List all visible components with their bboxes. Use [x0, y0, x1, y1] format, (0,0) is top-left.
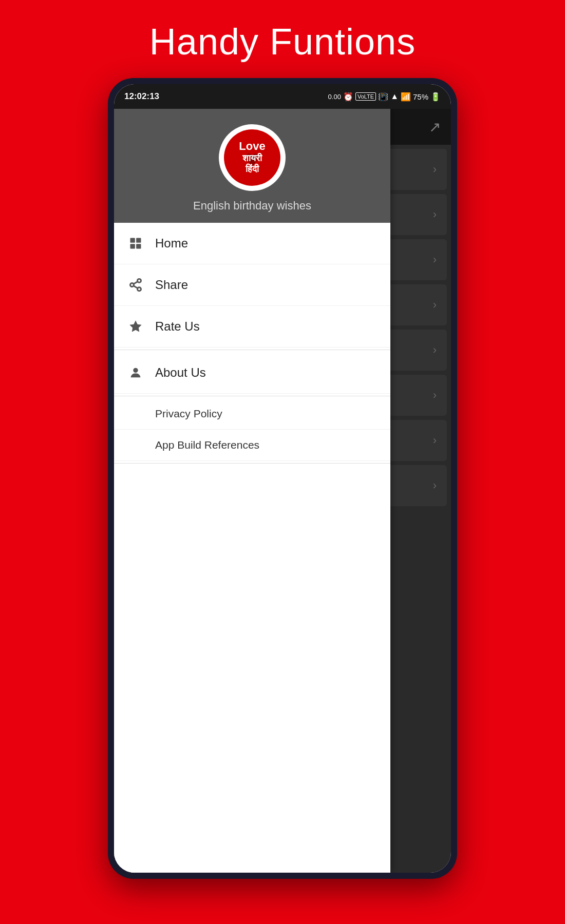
app-subtitle: English birthday wishes	[193, 199, 311, 213]
phone-frame: 12:02:13 0.00 ⏰ VoLTE 📳 ▲ 📶 75% 🔋 ↗ ›	[108, 78, 457, 879]
screen-content: ↗ › › › › › › › ›	[114, 109, 451, 873]
nav-share-label: Share	[155, 278, 188, 292]
vibrate-icon: 📳	[378, 92, 388, 102]
nav-item-home[interactable]: Home	[114, 223, 390, 264]
logo-hindi2-text: हिंदी	[246, 164, 259, 175]
logo-text: Love शायरी हिंदी	[239, 140, 265, 175]
nav-build-label: App Build References	[126, 439, 259, 451]
svg-rect-3	[136, 244, 141, 248]
about-icon	[126, 363, 145, 382]
svg-marker-9	[129, 320, 141, 332]
nav-item-share[interactable]: Share	[114, 264, 390, 306]
nav-item-build[interactable]: App Build References	[114, 430, 390, 461]
svg-point-5	[130, 283, 134, 287]
svg-point-6	[138, 287, 141, 291]
nav-divider-2	[114, 396, 390, 396]
battery-icon: 🔋	[430, 92, 441, 102]
status-icons: 0.00 ⏰ VoLTE 📳 ▲ 📶 75% 🔋	[328, 92, 441, 102]
home-icon	[126, 234, 145, 253]
nav-about-label: About Us	[155, 365, 206, 380]
page-title: Handy Funtions	[149, 21, 416, 63]
logo-hindi1-text: शायरी	[242, 153, 262, 164]
svg-point-4	[138, 279, 141, 282]
nav-items: Home	[114, 223, 390, 873]
nav-rate-label: Rate Us	[155, 319, 200, 334]
svg-point-10	[133, 368, 138, 373]
logo-inner: ♥ Love शायरी हिंदी	[224, 129, 280, 186]
svg-line-8	[134, 282, 138, 284]
nav-divider-1	[114, 350, 390, 350]
rate-icon	[126, 317, 145, 336]
nav-privacy-label: Privacy Policy	[126, 408, 222, 420]
svg-rect-0	[130, 238, 135, 243]
nav-home-label: Home	[155, 236, 188, 251]
nav-divider-3	[114, 463, 390, 464]
battery-indicator: 75%	[413, 92, 428, 101]
nav-item-privacy[interactable]: Privacy Policy	[114, 398, 390, 430]
drawer-header: ♥ Love शायरी हिंदी English birthday wish…	[114, 109, 390, 223]
nav-item-about[interactable]: About Us	[114, 352, 390, 394]
data-indicator: 0.00	[328, 93, 341, 101]
svg-rect-1	[136, 238, 141, 243]
signal-icon: 📶	[401, 92, 411, 102]
share-nav-icon	[126, 276, 145, 294]
status-time: 12:02:13	[124, 91, 159, 102]
wifi-icon: ▲	[390, 92, 399, 101]
status-bar: 12:02:13 0.00 ⏰ VoLTE 📳 ▲ 📶 75% 🔋	[114, 84, 451, 109]
alarm-icon: ⏰	[343, 92, 353, 102]
dim-overlay	[390, 109, 451, 873]
nav-item-rate[interactable]: Rate Us	[114, 306, 390, 348]
logo-love-text: Love	[239, 140, 265, 152]
phone-screen: 12:02:13 0.00 ⏰ VoLTE 📳 ▲ 📶 75% 🔋 ↗ ›	[114, 84, 451, 873]
svg-rect-2	[130, 244, 135, 248]
svg-line-7	[134, 286, 138, 288]
volte-icon: VoLTE	[355, 92, 376, 101]
app-logo: ♥ Love शायरी हिंदी	[219, 124, 286, 191]
nav-drawer: ♥ Love शायरी हिंदी English birthday wish…	[114, 109, 390, 873]
